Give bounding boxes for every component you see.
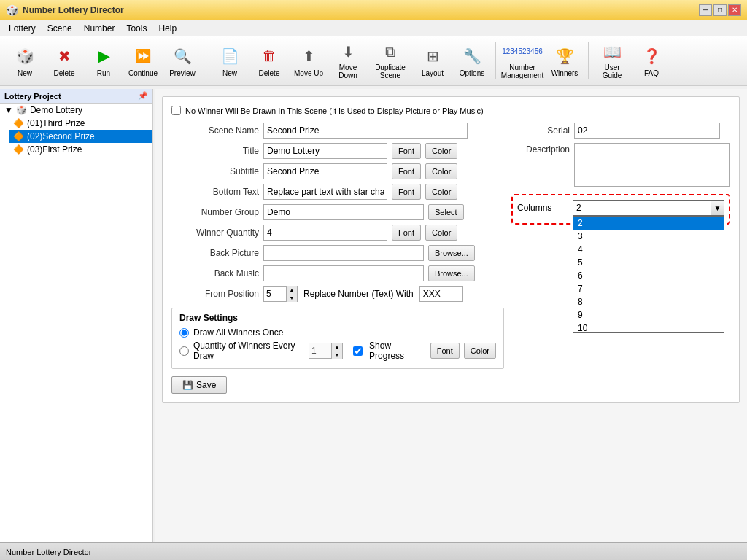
user-guide-icon: 📖 xyxy=(600,42,624,62)
app-title: Number Lottery Director xyxy=(23,5,699,15)
winners-icon: 🏆 xyxy=(553,44,576,68)
faq-icon: ❓ xyxy=(640,44,663,68)
new-lottery-button[interactable]: 🎲 New xyxy=(6,39,44,82)
layout-button[interactable]: ⊞ Layout xyxy=(414,39,452,82)
continue-icon: ⏩ xyxy=(131,44,155,68)
layout-icon: ⊞ xyxy=(421,44,444,68)
close-button[interactable]: ✕ xyxy=(728,4,741,16)
move-down-button[interactable]: ⬇ Move Down xyxy=(329,39,367,82)
winners-button[interactable]: 🏆 Winners xyxy=(546,39,584,82)
move-down-icon: ⬇ xyxy=(336,42,360,62)
user-guide-button[interactable]: 📖 User Guide xyxy=(593,39,631,82)
preview-icon: 🔍 xyxy=(171,44,194,68)
number-management-icon: 12345 23456 xyxy=(511,42,534,62)
options-icon: 🔧 xyxy=(460,44,484,68)
toolbar-separator-3 xyxy=(588,42,589,79)
duplicate-scene-button[interactable]: ⧉ Duplicate Scene xyxy=(368,39,412,82)
menu-scene[interactable]: Scene xyxy=(42,22,78,35)
new-scene-icon: 📄 xyxy=(218,44,241,68)
move-up-icon: ⬆ xyxy=(297,44,320,68)
menu-bar: Lottery Scene Number Tools Help xyxy=(0,20,747,36)
toolbar-separator-2 xyxy=(495,42,496,79)
options-button[interactable]: 🔧 Options xyxy=(453,39,491,82)
preview-button[interactable]: 🔍 Preview xyxy=(163,39,201,82)
menu-number[interactable]: Number xyxy=(78,22,121,35)
faq-button[interactable]: ❓ FAQ xyxy=(632,39,670,82)
title-bar: 🎲 Number Lottery Director ─ □ ✕ xyxy=(0,0,747,20)
delete-scene-button[interactable]: 🗑 Delete xyxy=(250,39,288,82)
menu-help[interactable]: Help xyxy=(152,22,182,35)
run-button[interactable]: ▶ Run xyxy=(85,39,123,82)
duplicate-scene-icon: ⧉ xyxy=(379,42,402,62)
new-scene-button[interactable]: 📄 New xyxy=(211,39,249,82)
menu-lottery[interactable]: Lottery xyxy=(3,22,42,35)
move-up-button[interactable]: ⬆ Move Up xyxy=(290,39,328,82)
menu-tools[interactable]: Tools xyxy=(120,22,152,35)
minimize-button[interactable]: ─ xyxy=(699,4,712,16)
number-management-button[interactable]: 12345 23456 Number Management xyxy=(500,39,544,82)
run-icon: ▶ xyxy=(92,44,115,68)
maximize-button[interactable]: □ xyxy=(713,4,727,16)
delete-button[interactable]: ✖ Delete xyxy=(45,39,83,82)
delete-scene-icon: 🗑 xyxy=(258,44,281,68)
toolbar-separator-1 xyxy=(206,42,206,79)
app-icon: 🎲 xyxy=(6,4,18,16)
new-lottery-icon: 🎲 xyxy=(13,44,36,68)
delete-icon: ✖ xyxy=(53,44,76,68)
toolbar: 🎲 New ✖ Delete ▶ Run ⏩ Continue 🔍 Previe… xyxy=(0,36,747,86)
continue-button[interactable]: ⏩ Continue xyxy=(124,39,162,82)
